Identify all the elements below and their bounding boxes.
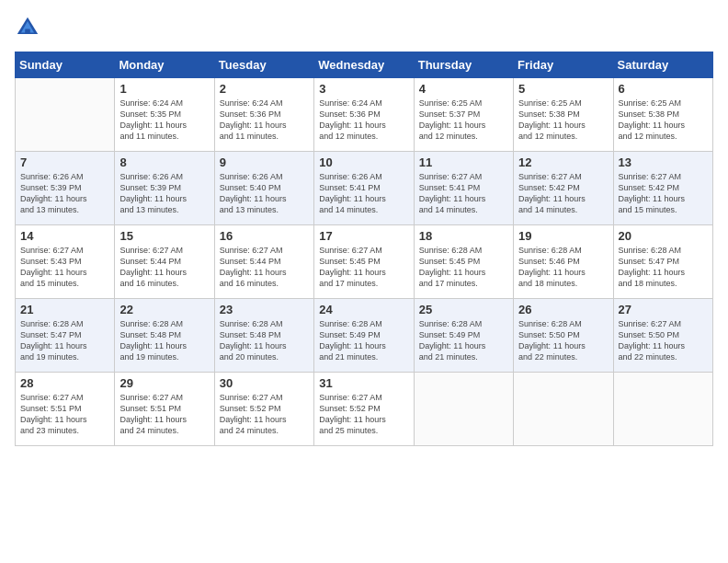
day-info: Sunrise: 6:28 AM Sunset: 5:47 PM Dayligh…	[20, 318, 109, 363]
calendar-cell: 24Sunrise: 6:28 AM Sunset: 5:49 PM Dayli…	[314, 299, 414, 373]
day-info: Sunrise: 6:28 AM Sunset: 5:49 PM Dayligh…	[319, 318, 408, 363]
calendar-cell: 12Sunrise: 6:27 AM Sunset: 5:42 PM Dayli…	[514, 152, 613, 225]
calendar-cell: 2Sunrise: 6:24 AM Sunset: 5:36 PM Daylig…	[214, 78, 313, 152]
day-info: Sunrise: 6:28 AM Sunset: 5:50 PM Dayligh…	[518, 318, 608, 363]
day-info: Sunrise: 6:25 AM Sunset: 5:38 PM Dayligh…	[518, 98, 608, 143]
calendar-cell: 17Sunrise: 6:27 AM Sunset: 5:45 PM Dayli…	[314, 225, 414, 299]
calendar-cell: 1Sunrise: 6:24 AM Sunset: 5:35 PM Daylig…	[115, 78, 214, 152]
day-info: Sunrise: 6:28 AM Sunset: 5:48 PM Dayligh…	[119, 318, 209, 363]
calendar-cell: 21Sunrise: 6:28 AM Sunset: 5:47 PM Dayli…	[16, 299, 115, 373]
week-row-2: 7Sunrise: 6:26 AM Sunset: 5:39 PM Daylig…	[16, 152, 713, 225]
calendar-cell: 14Sunrise: 6:27 AM Sunset: 5:43 PM Dayli…	[16, 225, 115, 299]
day-info: Sunrise: 6:24 AM Sunset: 5:35 PM Dayligh…	[119, 98, 209, 143]
day-info: Sunrise: 6:27 AM Sunset: 5:42 PM Dayligh…	[518, 171, 608, 216]
calendar-cell: 31Sunrise: 6:27 AM Sunset: 5:52 PM Dayli…	[314, 373, 414, 446]
day-number: 9	[220, 155, 309, 169]
day-info: Sunrise: 6:27 AM Sunset: 5:43 PM Dayligh…	[20, 245, 109, 290]
page-header	[15, 15, 713, 40]
calendar-cell: 6Sunrise: 6:25 AM Sunset: 5:38 PM Daylig…	[613, 78, 712, 152]
day-info: Sunrise: 6:26 AM Sunset: 5:39 PM Dayligh…	[119, 171, 209, 216]
day-number: 7	[20, 155, 109, 169]
day-number: 26	[518, 303, 608, 316]
day-number: 30	[220, 376, 309, 390]
day-info: Sunrise: 6:27 AM Sunset: 5:51 PM Dayligh…	[20, 392, 109, 437]
day-info: Sunrise: 6:27 AM Sunset: 5:52 PM Dayligh…	[220, 392, 309, 437]
calendar-cell	[613, 373, 712, 446]
day-info: Sunrise: 6:27 AM Sunset: 5:45 PM Dayligh…	[319, 245, 408, 290]
day-number: 3	[319, 82, 408, 96]
day-number: 15	[119, 229, 209, 243]
calendar-cell: 20Sunrise: 6:28 AM Sunset: 5:47 PM Dayli…	[613, 225, 712, 299]
calendar-cell: 28Sunrise: 6:27 AM Sunset: 5:51 PM Dayli…	[16, 373, 115, 446]
day-info: Sunrise: 6:27 AM Sunset: 5:51 PM Dayligh…	[119, 392, 209, 437]
day-number: 1	[119, 82, 209, 96]
calendar-cell: 11Sunrise: 6:27 AM Sunset: 5:41 PM Dayli…	[414, 152, 513, 225]
calendar-cell: 13Sunrise: 6:27 AM Sunset: 5:42 PM Dayli…	[613, 152, 712, 225]
calendar-cell: 15Sunrise: 6:27 AM Sunset: 5:44 PM Dayli…	[115, 225, 214, 299]
calendar-cell	[16, 78, 115, 152]
weekday-header-row: SundayMondayTuesdayWednesdayThursdayFrid…	[16, 52, 713, 78]
day-number: 22	[119, 303, 209, 316]
day-number: 13	[619, 155, 708, 169]
weekday-header-tuesday: Tuesday	[214, 52, 313, 78]
day-info: Sunrise: 6:28 AM Sunset: 5:45 PM Dayligh…	[419, 245, 508, 290]
day-info: Sunrise: 6:25 AM Sunset: 5:37 PM Dayligh…	[419, 98, 508, 143]
day-info: Sunrise: 6:27 AM Sunset: 5:52 PM Dayligh…	[319, 392, 408, 437]
calendar-cell: 5Sunrise: 6:25 AM Sunset: 5:38 PM Daylig…	[514, 78, 613, 152]
week-row-3: 14Sunrise: 6:27 AM Sunset: 5:43 PM Dayli…	[16, 225, 713, 299]
day-number: 31	[319, 376, 408, 390]
day-info: Sunrise: 6:27 AM Sunset: 5:44 PM Dayligh…	[220, 245, 309, 290]
logo	[15, 15, 44, 40]
calendar-cell: 7Sunrise: 6:26 AM Sunset: 5:39 PM Daylig…	[16, 152, 115, 225]
day-number: 20	[619, 229, 708, 243]
weekday-header-monday: Monday	[115, 52, 214, 78]
day-number: 12	[518, 155, 608, 169]
calendar-cell: 27Sunrise: 6:27 AM Sunset: 5:50 PM Dayli…	[613, 299, 712, 373]
day-info: Sunrise: 6:24 AM Sunset: 5:36 PM Dayligh…	[319, 98, 408, 143]
day-number: 27	[619, 303, 708, 316]
day-info: Sunrise: 6:24 AM Sunset: 5:36 PM Dayligh…	[220, 98, 309, 143]
calendar-cell: 29Sunrise: 6:27 AM Sunset: 5:51 PM Dayli…	[115, 373, 214, 446]
day-number: 18	[419, 229, 508, 243]
day-number: 24	[319, 303, 408, 316]
day-number: 8	[119, 155, 209, 169]
calendar-cell: 10Sunrise: 6:26 AM Sunset: 5:41 PM Dayli…	[314, 152, 414, 225]
calendar-cell: 8Sunrise: 6:26 AM Sunset: 5:39 PM Daylig…	[115, 152, 214, 225]
day-info: Sunrise: 6:27 AM Sunset: 5:42 PM Dayligh…	[619, 171, 708, 216]
calendar-cell: 18Sunrise: 6:28 AM Sunset: 5:45 PM Dayli…	[414, 225, 513, 299]
day-info: Sunrise: 6:26 AM Sunset: 5:40 PM Dayligh…	[220, 171, 309, 216]
svg-rect-2	[25, 29, 30, 34]
weekday-header-wednesday: Wednesday	[314, 52, 414, 78]
weekday-header-friday: Friday	[514, 52, 613, 78]
day-info: Sunrise: 6:27 AM Sunset: 5:41 PM Dayligh…	[419, 171, 508, 216]
day-number: 4	[419, 82, 508, 96]
day-number: 16	[220, 229, 309, 243]
day-number: 21	[20, 303, 109, 316]
week-row-1: 1Sunrise: 6:24 AM Sunset: 5:35 PM Daylig…	[16, 78, 713, 152]
day-info: Sunrise: 6:28 AM Sunset: 5:49 PM Dayligh…	[419, 318, 508, 363]
calendar-cell: 4Sunrise: 6:25 AM Sunset: 5:37 PM Daylig…	[414, 78, 513, 152]
calendar-cell: 19Sunrise: 6:28 AM Sunset: 5:46 PM Dayli…	[514, 225, 613, 299]
day-number: 2	[220, 82, 309, 96]
day-number: 25	[419, 303, 508, 316]
calendar-table: SundayMondayTuesdayWednesdayThursdayFrid…	[15, 52, 713, 446]
logo-icon	[15, 15, 40, 40]
calendar-cell: 26Sunrise: 6:28 AM Sunset: 5:50 PM Dayli…	[514, 299, 613, 373]
week-row-5: 28Sunrise: 6:27 AM Sunset: 5:51 PM Dayli…	[16, 373, 713, 446]
day-number: 29	[119, 376, 209, 390]
day-number: 23	[220, 303, 309, 316]
calendar-cell: 22Sunrise: 6:28 AM Sunset: 5:48 PM Dayli…	[115, 299, 214, 373]
day-number: 5	[518, 82, 608, 96]
day-info: Sunrise: 6:28 AM Sunset: 5:48 PM Dayligh…	[220, 318, 309, 363]
day-info: Sunrise: 6:27 AM Sunset: 5:44 PM Dayligh…	[119, 245, 209, 290]
day-number: 17	[319, 229, 408, 243]
weekday-header-saturday: Saturday	[613, 52, 712, 78]
day-number: 11	[419, 155, 508, 169]
weekday-header-sunday: Sunday	[16, 52, 115, 78]
day-number: 14	[20, 229, 109, 243]
calendar-cell: 30Sunrise: 6:27 AM Sunset: 5:52 PM Dayli…	[214, 373, 313, 446]
day-info: Sunrise: 6:27 AM Sunset: 5:50 PM Dayligh…	[619, 318, 708, 363]
calendar-cell: 16Sunrise: 6:27 AM Sunset: 5:44 PM Dayli…	[214, 225, 313, 299]
day-info: Sunrise: 6:28 AM Sunset: 5:46 PM Dayligh…	[518, 245, 608, 290]
day-info: Sunrise: 6:28 AM Sunset: 5:47 PM Dayligh…	[619, 245, 708, 290]
